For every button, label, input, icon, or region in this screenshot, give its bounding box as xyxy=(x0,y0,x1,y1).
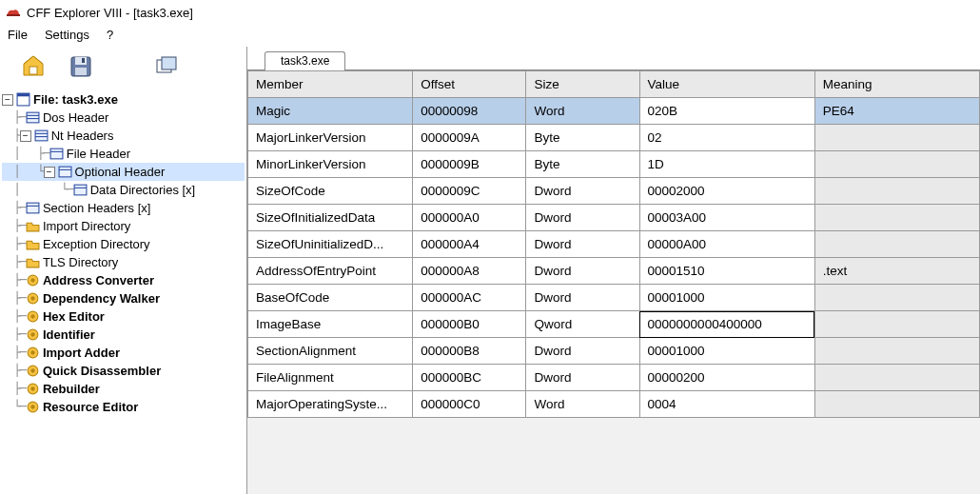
tree-item-identifier[interactable]: ├─ Identifier xyxy=(2,326,245,344)
tree-item-data-directories[interactable]: │ └─ Data Directories [x] xyxy=(2,181,245,199)
tree-label: Hex Editor xyxy=(43,307,105,326)
tree-label: Dependency Walker xyxy=(43,289,160,307)
tree-item-exception-directory[interactable]: ├─ Exception Directory xyxy=(2,235,245,253)
cell-member: MinorLinkerVersion xyxy=(248,151,413,178)
nav-tree[interactable]: − File: task3.exe ├─ Dos Header ├ − Nt H… xyxy=(0,87,246,494)
tool-icon xyxy=(26,327,40,342)
table-row[interactable]: SizeOfInitializedData000000A0Dword00003A… xyxy=(248,205,980,231)
cell-value[interactable]: 1D xyxy=(639,151,814,178)
cell-meaning xyxy=(814,205,979,231)
tree-item-quick-disassembler[interactable]: ├─ Quick Disassembler xyxy=(2,362,245,380)
cell-value[interactable]: 0004 xyxy=(639,391,814,418)
tab-file[interactable]: task3.exe xyxy=(265,51,345,70)
tree-item-optional-header[interactable]: │ └ − Optional Header xyxy=(2,163,245,181)
cell-size: Qword xyxy=(526,311,639,338)
cell-value[interactable]: 00001510 xyxy=(639,258,814,285)
col-offset[interactable]: Offset xyxy=(413,71,526,98)
grid-header-row[interactable]: Member Offset Size Value Meaning xyxy=(248,71,980,98)
left-pane: − File: task3.exe ├─ Dos Header ├ − Nt H… xyxy=(0,47,247,494)
menu-settings[interactable]: Settings xyxy=(45,28,89,42)
cell-offset: 000000B8 xyxy=(413,338,526,365)
table-row[interactable]: SectionAlignment000000B8Dword00001000 xyxy=(248,338,980,365)
cell-value[interactable]: 020B xyxy=(639,98,814,125)
cell-member: ImageBase xyxy=(248,311,413,338)
cell-value[interactable]: 02 xyxy=(639,125,814,151)
tree-label: Nt Headers xyxy=(51,127,114,145)
tree-item-hex-editor[interactable]: ├─ Hex Editor xyxy=(2,307,245,326)
tree-item-import-adder[interactable]: ├─ Import Adder xyxy=(2,344,245,362)
toolbar xyxy=(0,47,246,87)
svg-rect-10 xyxy=(27,112,39,123)
tree-item-dependency-walker[interactable]: ├─ Dependency Walker xyxy=(2,289,245,307)
tree-item-dos-header[interactable]: ├─ Dos Header xyxy=(2,109,245,127)
tree-item-section-headers[interactable]: ├─ Section Headers [x] xyxy=(2,199,245,217)
tree-label: TLS Directory xyxy=(43,253,118,271)
table-row[interactable]: MinorLinkerVersion0000009BByte1D xyxy=(248,151,980,178)
cell-size: Dword xyxy=(526,231,639,258)
tree-item-file-header[interactable]: │ ├─ File Header xyxy=(2,145,245,163)
cell-meaning xyxy=(814,311,979,338)
table-row[interactable]: AddressOfEntryPoint000000A8Dword00001510… xyxy=(248,258,980,285)
cell-offset: 000000BC xyxy=(413,365,526,391)
tree-item-nt-headers[interactable]: ├ − Nt Headers xyxy=(2,127,245,145)
cell-value[interactable]: 00002000 xyxy=(639,178,814,205)
table-row[interactable]: FileAlignment000000BCDword00000200 xyxy=(248,365,980,391)
table-row[interactable]: ImageBase000000B0Qword0000000000400000 xyxy=(248,311,980,338)
svg-rect-1 xyxy=(29,67,37,74)
cell-member: SizeOfCode xyxy=(248,178,413,205)
svg-rect-20 xyxy=(74,185,87,195)
cell-offset: 000000B0 xyxy=(413,311,526,338)
tree-item-import-directory[interactable]: ├─ Import Directory xyxy=(2,217,245,235)
svg-point-37 xyxy=(30,386,34,390)
svg-rect-7 xyxy=(162,57,176,69)
table-row[interactable]: Magic00000098Word020BPE64 xyxy=(248,98,980,125)
col-meaning[interactable]: Meaning xyxy=(814,71,979,98)
menu-file[interactable]: File xyxy=(8,28,28,42)
expander-icon[interactable]: − xyxy=(44,167,55,178)
save-icon[interactable] xyxy=(69,54,93,79)
cell-size: Byte xyxy=(526,125,639,151)
tree-root[interactable]: − File: task3.exe xyxy=(2,90,245,109)
tree-item-address-converter[interactable]: ├─ Address Converter xyxy=(2,271,245,289)
table-row[interactable]: SizeOfCode0000009CDword00002000 xyxy=(248,178,980,205)
tree-label: Section Headers [x] xyxy=(43,199,150,217)
windows-icon[interactable] xyxy=(154,54,179,79)
col-value[interactable]: Value xyxy=(639,71,814,98)
data-grid[interactable]: Member Offset Size Value Meaning Magic00… xyxy=(247,69,980,494)
table-row[interactable]: BaseOfCode000000ACDword00001000 xyxy=(248,285,980,311)
cell-offset: 000000A8 xyxy=(413,258,526,285)
open-icon[interactable] xyxy=(21,54,46,79)
col-size[interactable]: Size xyxy=(526,71,639,98)
cell-size: Dword xyxy=(526,285,639,311)
cell-offset: 0000009C xyxy=(413,178,526,205)
cell-value[interactable]: 0000000000400000 xyxy=(639,311,814,338)
cell-value[interactable]: 00001000 xyxy=(639,285,814,311)
svg-rect-4 xyxy=(75,68,87,75)
table-row[interactable]: MajorLinkerVersion0000009AByte02 xyxy=(248,125,980,151)
tree-item-resource-editor[interactable]: └─ Resource Editor xyxy=(2,398,245,416)
tree-label: Dos Header xyxy=(43,109,108,127)
expander-icon[interactable]: − xyxy=(20,130,31,142)
svg-rect-3 xyxy=(75,57,87,65)
tab-strip: task3.exe xyxy=(247,47,980,69)
cell-meaning xyxy=(814,125,979,151)
cell-value[interactable]: 00003A00 xyxy=(639,205,814,231)
cell-member: SizeOfUninitializedD... xyxy=(248,231,413,258)
cell-meaning xyxy=(814,285,979,311)
menu-help[interactable]: ? xyxy=(107,28,113,42)
cell-size: Dword xyxy=(526,205,639,231)
cell-value[interactable]: 00000A00 xyxy=(639,231,814,258)
cell-size: Dword xyxy=(526,338,639,365)
table-row[interactable]: MajorOperatingSyste...000000C0Word0004 xyxy=(248,391,980,418)
expander-icon[interactable]: − xyxy=(2,94,13,106)
svg-point-31 xyxy=(30,332,34,336)
tree-item-rebuilder[interactable]: ├─ Rebuilder xyxy=(2,380,245,398)
table-row[interactable]: SizeOfUninitializedD...000000A4Dword0000… xyxy=(248,231,980,258)
col-member[interactable]: Member xyxy=(248,71,413,98)
cell-member: BaseOfCode xyxy=(248,285,413,311)
svg-point-25 xyxy=(30,278,34,282)
cell-value[interactable]: 00000200 xyxy=(639,365,814,391)
cell-value[interactable]: 00001000 xyxy=(639,338,814,365)
cell-offset: 000000C0 xyxy=(413,391,526,418)
tree-item-tls-directory[interactable]: ├─ TLS Directory xyxy=(2,253,245,271)
